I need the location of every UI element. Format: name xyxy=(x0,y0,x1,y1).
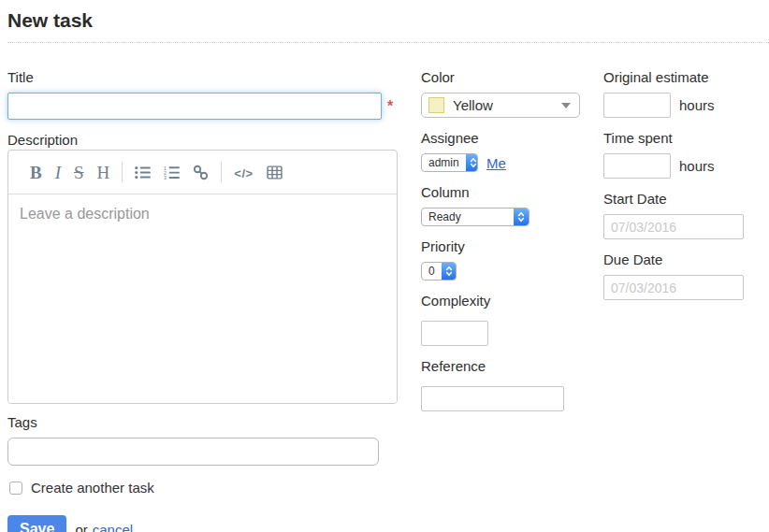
time-spent-label: Time spent xyxy=(603,130,769,146)
save-button[interactable]: Save xyxy=(7,515,66,532)
create-another-label: Create another task xyxy=(31,480,154,496)
create-another-checkbox[interactable] xyxy=(9,482,22,495)
ordered-list-icon: 1 2 3 xyxy=(164,165,180,180)
actions-row: Save or cancel xyxy=(7,515,398,532)
title-row: * xyxy=(7,93,398,120)
cancel-link[interactable]: cancel xyxy=(93,522,133,532)
start-date-label: Start Date xyxy=(603,191,769,207)
description-toolbar: B I S H xyxy=(8,151,397,194)
description-label: Description xyxy=(7,132,398,148)
column-select-value: Ready xyxy=(422,210,468,223)
assignee-group: Assignee admin Me xyxy=(421,130,603,172)
color-select-value: Yellow xyxy=(453,97,493,113)
link-icon xyxy=(193,165,209,180)
tags-label: Tags xyxy=(7,414,398,430)
select-spinner-icon xyxy=(466,154,478,171)
tags-input[interactable] xyxy=(7,438,379,466)
color-group: Color Yellow xyxy=(421,69,603,118)
priority-select[interactable]: 0 xyxy=(421,262,457,280)
or-text: or xyxy=(75,522,87,532)
color-label: Color xyxy=(421,69,603,85)
page-header: New task xyxy=(7,9,769,43)
heading-button[interactable]: H xyxy=(91,160,117,185)
italic-button[interactable]: I xyxy=(49,160,67,185)
time-spent-input[interactable] xyxy=(603,153,671,179)
priority-label: Priority xyxy=(421,238,603,254)
original-estimate-label: Original estimate xyxy=(603,69,769,85)
page-title: New task xyxy=(7,9,769,32)
description-editor: B I S H xyxy=(7,150,398,404)
svg-text:3: 3 xyxy=(164,175,167,180)
toolbar-divider xyxy=(221,162,222,182)
column-select[interactable]: Ready xyxy=(421,208,530,226)
due-date-input[interactable] xyxy=(603,275,744,300)
bold-button[interactable]: B xyxy=(23,160,49,185)
reference-group: Reference xyxy=(421,358,603,411)
reference-label: Reference xyxy=(421,358,603,374)
column-label: Column xyxy=(421,184,603,200)
assign-to-me-link[interactable]: Me xyxy=(486,155,506,171)
time-spent-group: Time spent hours xyxy=(603,130,769,179)
select-spinner-icon xyxy=(442,263,457,280)
middle-column: Color Yellow Assignee admin xyxy=(421,69,603,532)
new-task-page: New task Title * Description B I S H xyxy=(0,0,769,532)
due-date-label: Due Date xyxy=(603,252,769,267)
assignee-select-value: admin xyxy=(422,156,466,169)
assignee-select[interactable]: admin xyxy=(421,153,478,172)
complexity-group: Complexity xyxy=(421,293,603,346)
color-swatch xyxy=(428,97,444,113)
unordered-list-button[interactable] xyxy=(128,162,157,183)
unordered-list-icon xyxy=(135,165,151,180)
start-date-group: Start Date xyxy=(603,191,769,239)
start-date-input[interactable] xyxy=(603,214,744,239)
original-estimate-input[interactable] xyxy=(603,93,671,118)
title-input[interactable] xyxy=(7,93,382,120)
required-asterisk: * xyxy=(387,98,393,115)
priority-group: Priority 0 xyxy=(421,238,603,280)
toolbar-divider xyxy=(122,162,123,182)
hours-suffix: hours xyxy=(679,97,715,113)
color-select[interactable]: Yellow xyxy=(421,93,580,118)
due-date-group: Due Date xyxy=(603,252,769,300)
title-label: Title xyxy=(7,69,398,85)
description-textarea[interactable] xyxy=(8,194,397,403)
original-estimate-group: Original estimate hours xyxy=(603,69,769,118)
right-column: Original estimate hours Time spent hours… xyxy=(603,69,769,532)
reference-input[interactable] xyxy=(421,386,564,411)
strikethrough-button[interactable]: S xyxy=(67,160,91,185)
column-group: Column Ready xyxy=(421,184,603,226)
left-column: Title * Description B I S H xyxy=(7,69,398,532)
link-button[interactable] xyxy=(186,161,215,184)
chevron-down-icon xyxy=(561,103,571,108)
assignee-label: Assignee xyxy=(421,130,603,146)
create-another-row: Create another task xyxy=(9,480,398,496)
task-form: Title * Description B I S H xyxy=(7,69,769,532)
complexity-input[interactable] xyxy=(421,321,488,346)
assignee-row: admin Me xyxy=(421,153,603,172)
table-button[interactable] xyxy=(260,162,289,183)
priority-select-value: 0 xyxy=(422,265,442,278)
table-icon xyxy=(267,165,283,180)
time-spent-row: hours xyxy=(603,153,769,179)
ordered-list-button[interactable]: 1 2 3 xyxy=(157,162,186,183)
original-estimate-row: hours xyxy=(603,93,769,118)
select-spinner-icon xyxy=(514,208,529,225)
code-button[interactable]: </> xyxy=(227,162,259,183)
hours-suffix: hours xyxy=(679,158,715,174)
complexity-label: Complexity xyxy=(421,293,603,309)
